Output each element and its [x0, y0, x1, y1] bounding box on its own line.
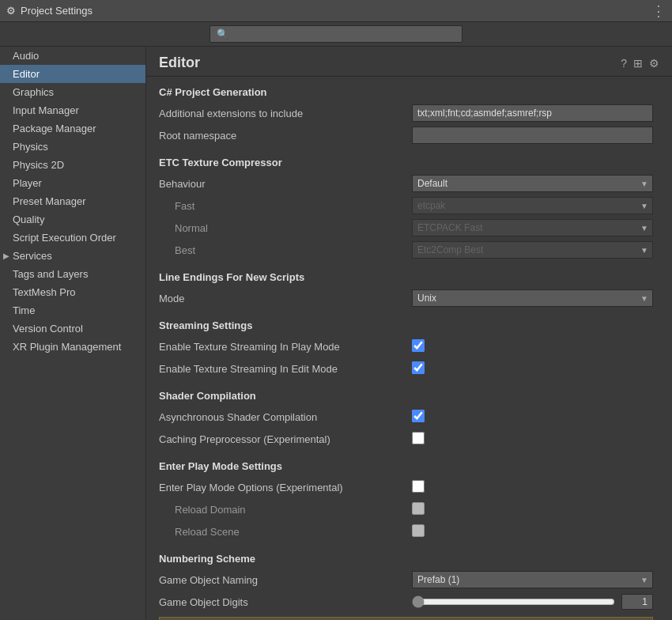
- sidebar-item-physics-2d[interactable]: Physics 2D: [0, 156, 145, 174]
- line-endings-section-header: Line Endings For New Scripts: [159, 271, 653, 283]
- mode-select[interactable]: Unix: [412, 289, 653, 307]
- window-title: Project Settings: [21, 5, 651, 17]
- content-area: Editor ? ⊞ ⚙ C# Project Generation Addit…: [146, 47, 672, 620]
- root-namespace-value: [412, 127, 653, 144]
- page-title: Editor: [159, 55, 621, 71]
- async-shader-checkbox[interactable]: [412, 410, 425, 422]
- game-object-digits-label: Game Object Digits: [159, 596, 412, 608]
- game-object-digits-slider[interactable]: [412, 595, 615, 608]
- game-object-digits-slider-container: [412, 594, 653, 610]
- sidebar: Audio Editor Graphics Input Manager Pack…: [0, 47, 146, 620]
- sidebar-item-label: TextMesh Pro: [13, 286, 75, 298]
- root-namespace-label: Root namespace: [159, 130, 412, 142]
- enable-play-mode-checkbox-wrapper: [412, 339, 653, 354]
- streaming-section-header: Streaming Settings: [159, 319, 653, 331]
- mode-label: Mode: [159, 293, 412, 304]
- sidebar-item-graphics[interactable]: Graphics: [0, 83, 145, 101]
- reload-domain-label: Reload Domain: [159, 504, 412, 516]
- sidebar-item-label: Version Control: [13, 323, 83, 335]
- enable-play-mode-checkbox[interactable]: [412, 339, 425, 352]
- search-input[interactable]: [210, 25, 462, 43]
- fast-select-wrapper: etcpak ▼: [412, 197, 653, 214]
- reload-scene-checkbox[interactable]: [412, 524, 425, 537]
- sidebar-item-services[interactable]: ▶ Services: [0, 247, 145, 265]
- sidebar-item-label: Services: [13, 250, 52, 262]
- additional-extensions-label: Additional extensions to include: [159, 108, 412, 119]
- fast-row: Fast etcpak ▼: [159, 197, 653, 214]
- shader-section-header: Shader Compilation: [159, 390, 653, 402]
- reload-domain-checkbox[interactable]: [412, 502, 425, 515]
- sidebar-item-editor[interactable]: Editor: [0, 65, 145, 83]
- sidebar-item-label: XR Plugin Management: [13, 341, 121, 353]
- additional-extensions-row: Additional extensions to include: [159, 104, 653, 122]
- app-icon: ⚙: [6, 5, 16, 17]
- settings-icon[interactable]: ⚙: [649, 57, 659, 70]
- arrow-icon: ▶: [3, 251, 9, 260]
- caching-preprocessor-checkbox[interactable]: [412, 432, 425, 444]
- sidebar-item-input-manager[interactable]: Input Manager: [0, 101, 145, 119]
- root-namespace-input[interactable]: [412, 127, 653, 144]
- enable-edit-mode-row: Enable Texture Streaming In Edit Mode: [159, 360, 653, 377]
- caching-preprocessor-row: Caching Preprocessor (Experimental): [159, 430, 653, 448]
- play-mode-section-header: Enter Play Mode Settings: [159, 460, 653, 472]
- sidebar-item-preset-manager[interactable]: Preset Manager: [0, 192, 145, 210]
- content-header: Editor ? ⊞ ⚙: [146, 47, 672, 77]
- game-object-naming-select[interactable]: Prefab (1): [412, 571, 653, 588]
- sidebar-item-player[interactable]: Player: [0, 174, 145, 192]
- additional-extensions-value: [412, 104, 653, 122]
- fast-label: Fast: [159, 200, 412, 212]
- enable-edit-mode-checkbox[interactable]: [412, 361, 425, 374]
- header-icons: ? ⊞ ⚙: [621, 57, 659, 70]
- fast-select[interactable]: etcpak: [412, 197, 653, 214]
- best-row: Best Etc2Comp Best ▼: [159, 241, 653, 259]
- sidebar-item-version-control[interactable]: Version Control: [0, 319, 145, 338]
- help-icon[interactable]: ?: [621, 57, 627, 70]
- mode-row: Mode Unix ▼: [159, 289, 653, 307]
- sidebar-item-quality[interactable]: Quality: [0, 210, 145, 229]
- sidebar-item-label: Graphics: [13, 86, 54, 98]
- sidebar-item-label: Editor: [13, 68, 40, 80]
- sidebar-item-time[interactable]: Time: [0, 301, 145, 319]
- root-namespace-row: Root namespace: [159, 127, 653, 144]
- settings-content: C# Project Generation Additional extensi…: [146, 77, 672, 620]
- normal-row: Normal ETCPACK Fast ▼: [159, 219, 653, 236]
- enable-edit-mode-label: Enable Texture Streaming In Edit Mode: [159, 363, 412, 375]
- sidebar-item-label: Physics 2D: [13, 159, 64, 171]
- best-select[interactable]: Etc2Comp Best: [412, 241, 653, 259]
- sidebar-item-label: Player: [13, 177, 42, 189]
- game-object-digits-value[interactable]: [621, 594, 653, 610]
- best-select-wrapper: Etc2Comp Best ▼: [412, 241, 653, 259]
- sidebar-item-package-manager[interactable]: Package Manager: [0, 119, 145, 138]
- normal-select[interactable]: ETCPACK Fast: [412, 219, 653, 236]
- sidebar-item-tags-and-layers[interactable]: Tags and Layers: [0, 265, 145, 283]
- menu-icon[interactable]: ⋮: [651, 2, 666, 20]
- csharp-section-header: C# Project Generation: [159, 86, 653, 98]
- search-bar: [0, 22, 672, 47]
- behaviour-select[interactable]: Default: [412, 175, 653, 192]
- reload-scene-checkbox-wrapper: [412, 524, 653, 539]
- title-bar: ⚙ Project Settings ⋮: [0, 0, 672, 22]
- behaviour-row: Behaviour Default ▼: [159, 175, 653, 192]
- reload-domain-row: Reload Domain: [159, 501, 653, 518]
- reload-scene-row: Reload Scene: [159, 523, 653, 540]
- sidebar-item-script-execution-order[interactable]: Script Execution Order: [0, 229, 145, 247]
- game-object-naming-row: Game Object Naming Prefab (1) ▼: [159, 571, 653, 588]
- async-shader-row: Asynchronous Shader Compilation: [159, 408, 653, 425]
- sidebar-item-label: Physics: [13, 141, 48, 153]
- sidebar-item-xr-plugin-management[interactable]: XR Plugin Management: [0, 338, 145, 356]
- layout-icon[interactable]: ⊞: [633, 57, 643, 70]
- sidebar-item-textmesh-pro[interactable]: TextMesh Pro: [0, 283, 145, 301]
- sidebar-item-label: Preset Manager: [13, 195, 86, 207]
- reload-domain-checkbox-wrapper: [412, 502, 653, 517]
- sidebar-item-label: Time: [13, 304, 35, 316]
- play-mode-options-checkbox[interactable]: [412, 480, 425, 493]
- sidebar-item-physics[interactable]: Physics: [0, 138, 145, 156]
- enable-play-mode-label: Enable Texture Streaming In Play Mode: [159, 341, 412, 353]
- reload-scene-label: Reload Scene: [159, 526, 412, 538]
- sidebar-item-label: Audio: [13, 50, 39, 62]
- sidebar-item-audio[interactable]: Audio: [0, 47, 145, 65]
- caching-preprocessor-checkbox-wrapper: [412, 432, 653, 447]
- additional-extensions-input[interactable]: [412, 104, 653, 122]
- warning-box: ⚠ Instances of prefab 'Clap' will become…: [159, 617, 653, 620]
- etc-section-header: ETC Texture Compressor: [159, 157, 653, 168]
